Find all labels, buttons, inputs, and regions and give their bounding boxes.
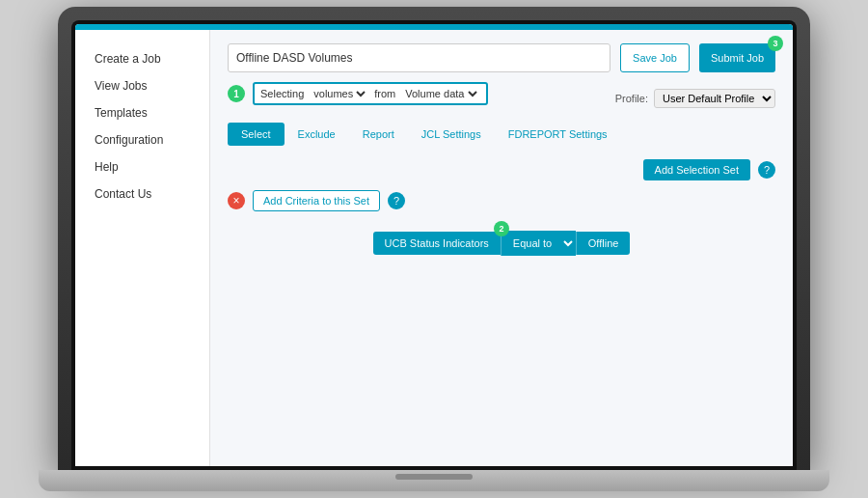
- condition-operator-select[interactable]: Equal to: [501, 231, 576, 256]
- main-content: Save Job Submit Job 3 1 Selectin: [210, 30, 793, 466]
- condition-row: 2 UCB Status Indicators Equal to Offline: [373, 231, 631, 256]
- condition-value: Offline: [576, 232, 631, 255]
- data-select[interactable]: Volume data: [401, 87, 480, 100]
- criteria-help-icon[interactable]: ?: [388, 192, 405, 209]
- save-job-button[interactable]: Save Job: [620, 43, 690, 72]
- sidebar: Create a Job View Jobs Templates Configu…: [75, 30, 210, 466]
- tab-report[interactable]: Report: [349, 123, 408, 146]
- sidebar-item-templates[interactable]: Templates: [75, 99, 209, 126]
- criteria-row: × Add Criteria to this Set ?: [228, 190, 775, 211]
- step1-row: 1 Selecting volumes from Volume data: [228, 82, 488, 105]
- step1-from: from: [374, 88, 395, 99]
- tab-select[interactable]: Select: [228, 123, 285, 146]
- step1-badge: 1: [228, 85, 245, 102]
- sidebar-item-configuration[interactable]: Configuration: [75, 126, 209, 153]
- tabs-row: Select Exclude Report JCL Settings FDREP…: [228, 123, 775, 146]
- header-row: Save Job Submit Job 3: [228, 43, 775, 72]
- sub-header: 1 Selecting volumes from Volume data: [228, 82, 775, 115]
- step1-container: Selecting volumes from Volume data: [253, 82, 488, 105]
- profile-row: Profile: User Default Profile: [615, 89, 775, 108]
- tab-fdreport-settings[interactable]: FDREPORT Settings: [495, 123, 621, 146]
- action-row: Add Selection Set ?: [228, 159, 775, 180]
- sidebar-item-help[interactable]: Help: [75, 153, 209, 180]
- job-title-input[interactable]: [228, 43, 610, 72]
- tab-jcl-settings[interactable]: JCL Settings: [408, 123, 495, 146]
- remove-criteria-button[interactable]: ×: [228, 192, 245, 209]
- sidebar-item-contact-us[interactable]: Contact Us: [75, 180, 209, 208]
- sidebar-item-create-job[interactable]: Create a Job: [75, 45, 209, 72]
- sidebar-item-view-jobs[interactable]: View Jobs: [75, 72, 209, 99]
- step1-prefix: Selecting: [260, 88, 304, 99]
- submit-badge: 3: [768, 36, 783, 51]
- profile-select[interactable]: User Default Profile: [654, 89, 775, 108]
- condition-field: UCB Status Indicators: [373, 232, 501, 255]
- add-selection-set-button[interactable]: Add Selection Set: [643, 159, 750, 180]
- condition-badge: 2: [494, 221, 509, 236]
- laptop-base: [39, 470, 829, 491]
- add-criteria-button[interactable]: Add Criteria to this Set: [253, 190, 380, 211]
- add-set-help-icon[interactable]: ?: [758, 161, 775, 179]
- condition-section: 2 UCB Status Indicators Equal to Offline: [228, 231, 775, 256]
- profile-label: Profile:: [615, 93, 648, 104]
- tab-exclude[interactable]: Exclude: [285, 123, 349, 146]
- volumes-select[interactable]: volumes: [310, 87, 368, 100]
- submit-job-button[interactable]: Submit Job 3: [699, 43, 775, 72]
